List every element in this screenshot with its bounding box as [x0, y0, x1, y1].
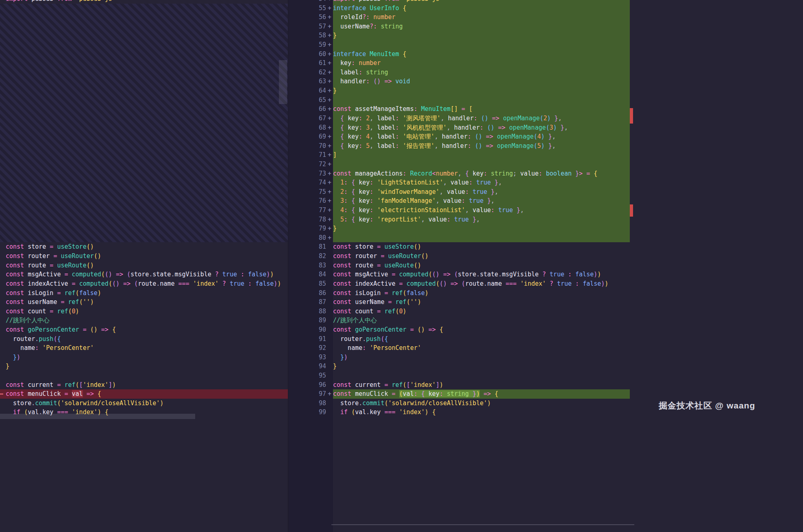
left-vertical-scrollbar-thumb[interactable]	[279, 60, 287, 104]
code-token: current	[28, 381, 53, 389]
removed-code-line[interactable]: const menuClick = val => {	[0, 389, 288, 399]
code-token: :	[468, 142, 475, 150]
added-code-line[interactable]: 72+	[288, 160, 630, 169]
code-line[interactable]: 94}	[288, 362, 630, 371]
diff-add-marker: +	[326, 68, 333, 77]
code-line[interactable]: const current = ref(['index'])	[0, 380, 288, 390]
code-token: ref	[65, 381, 76, 389]
original-pane[interactable]: import pubsub from 'pubsub-js'const stor…	[0, 0, 288, 532]
added-code-line[interactable]: 70+ { key: 5, label: '报告管理', handler: ()…	[288, 141, 630, 151]
code-token: ,	[520, 206, 524, 214]
added-code-line[interactable]: 75+ 2: { key: 'windTowerManage', value: …	[288, 187, 630, 197]
added-code-line[interactable]: 78+ 5: { key: 'reportList', value: true …	[288, 215, 630, 224]
code-token: ?:	[370, 23, 381, 30]
added-code-line[interactable]: 71+]	[288, 150, 630, 160]
added-code-line[interactable]: 56+ roleId?: number	[288, 13, 630, 22]
code-line[interactable]: 82const router = useRouter()	[288, 252, 630, 261]
code-text: ]	[333, 150, 630, 160]
code-line[interactable]: const isLogin = ref(false)	[0, 289, 288, 298]
code-token: true	[230, 280, 244, 287]
added-code-line[interactable]: 65+	[288, 96, 630, 105]
code-line[interactable]: 85const indexActive = computed(() => (ro…	[288, 279, 630, 289]
added-code-line[interactable]: 61+ key: number	[288, 59, 630, 68]
code-token: =>	[440, 271, 454, 278]
code-line[interactable]: 84const msgActive = computed(() => (stor…	[288, 270, 630, 279]
code-line[interactable]: 93 })	[288, 353, 630, 362]
code-line[interactable]: 91 router.push({	[288, 334, 630, 344]
code-line[interactable]	[0, 371, 288, 380]
code-line[interactable]: const indexActive = computed(() => (rout…	[0, 279, 288, 289]
added-code-line[interactable]: 63+ handler: () => void	[288, 77, 630, 86]
code-text: import pubsub from 'pubsub-js'	[333, 0, 630, 4]
code-line[interactable]: 96const current = ref(['index'])	[288, 380, 630, 390]
code-line[interactable]: const userName = ref('')	[0, 297, 288, 307]
code-line[interactable]: store.commit('solarwind/closeAllVisible'…	[0, 399, 288, 408]
added-code-line[interactable]: 66+const assetManageItems: MenuItem[] = …	[288, 104, 630, 114]
added-code-line[interactable]: 97+const menuClick = (val: { key: string…	[288, 389, 630, 399]
modified-pane[interactable]: 54+import pubsub from 'pubsub-js'55+inte…	[288, 0, 630, 532]
code-line[interactable]: import pubsub from 'pubsub-js'	[0, 0, 288, 4]
added-code-line[interactable]: 67+ { key: 2, label: '测风塔管理', handler: (…	[288, 114, 630, 123]
code-token: (	[101, 271, 105, 278]
original-code[interactable]: import pubsub from 'pubsub-js'const stor…	[0, 0, 288, 417]
code-token: 0	[72, 308, 76, 315]
code-token: )	[553, 124, 557, 131]
added-code-line[interactable]: 54+import pubsub from 'pubsub-js'	[288, 0, 630, 4]
added-code-line[interactable]: 68+ { key: 3, label: '风机机型管理', handler: …	[288, 123, 630, 132]
code-line[interactable]: router.push({	[0, 334, 288, 344]
code-line[interactable]: 95	[288, 371, 630, 380]
code-token: const	[6, 289, 28, 297]
diff-add-marker: +	[326, 233, 333, 243]
code-line[interactable]: const msgActive = computed(() => (store.…	[0, 270, 288, 279]
added-code-line[interactable]: 55+interface UserInfo {	[288, 4, 630, 13]
added-code-line[interactable]: 73+const manageActions: Record<number, {…	[288, 169, 630, 178]
code-token: ref	[396, 298, 407, 306]
code-line[interactable]: 83const route = useRoute()	[288, 261, 630, 270]
code-line[interactable]: const store = useStore()	[0, 242, 288, 252]
code-token: openManage	[509, 124, 546, 131]
added-code-line[interactable]: 64+}	[288, 86, 630, 96]
code-line[interactable]: const route = useRoute()	[0, 261, 288, 270]
code-line[interactable]: 98 store.commit('solarwind/closeAllVisib…	[288, 399, 630, 408]
code-line[interactable]: 88const count = ref(0)	[288, 307, 630, 316]
code-token: const	[6, 252, 28, 260]
modified-code[interactable]: 54+import pubsub from 'pubsub-js'55+inte…	[288, 0, 630, 417]
code-token: ]	[436, 381, 440, 389]
code-token: ,	[552, 142, 556, 150]
added-code-line[interactable]: 58+}	[288, 31, 630, 40]
code-line[interactable]: 86const isLogin = ref(false)	[288, 289, 630, 298]
code-line[interactable]: //跳到个人中心	[0, 316, 288, 325]
code-line[interactable]: 87const userName = ref('')	[288, 297, 630, 307]
code-line[interactable]: 89//跳到个人中心	[288, 316, 630, 325]
added-code-line[interactable]: 69+ { key: 4, label: '电站管理', handler: ()…	[288, 132, 630, 141]
code-line[interactable]: const goPersonCenter = () => {	[0, 325, 288, 334]
code-token: )	[476, 390, 480, 397]
added-code-line[interactable]: 79+}	[288, 224, 630, 233]
line-number: 72	[288, 160, 326, 169]
code-line[interactable]: name: 'PersonCenter'	[0, 343, 288, 353]
code-line[interactable]: })	[0, 353, 288, 362]
added-code-line[interactable]: 59+	[288, 40, 630, 50]
added-code-line[interactable]: 60+interface MenuItem {	[288, 50, 630, 59]
added-code-line[interactable]: 76+ 3: { key: 'fanModelManage', value: t…	[288, 196, 630, 206]
code-line[interactable]: 81const store = useStore()	[288, 242, 630, 252]
left-horizontal-scrollbar-thumb[interactable]	[0, 414, 195, 419]
added-code-line[interactable]: 62+ label: string	[288, 68, 630, 77]
code-token: :	[359, 115, 366, 122]
right-horizontal-scrollbar[interactable]	[331, 524, 634, 525]
added-code-line[interactable]: 80+	[288, 233, 630, 243]
diff-add-marker	[326, 380, 333, 390]
code-line[interactable]: 92 name: 'PersonCenter'	[288, 343, 630, 353]
line-number: 81	[288, 242, 326, 252]
code-line[interactable]: }	[0, 362, 288, 371]
code-token: openManage	[503, 115, 540, 122]
added-code-line[interactable]: 74+ 1: { key: 'LightStationList', value:…	[288, 178, 630, 187]
added-code-line[interactable]: 77+ 4: { key: 'electrictionStaionList', …	[288, 206, 630, 215]
code-line[interactable]: const count = ref(0)	[0, 307, 288, 316]
code-line[interactable]: const router = useRouter()	[0, 252, 288, 261]
overview-ruler[interactable]	[629, 0, 638, 532]
added-code-line[interactable]: 57+ userName?: string	[288, 22, 630, 31]
line-number: 73	[288, 169, 326, 178]
code-line[interactable]: 99 if (val.key === 'index') {	[288, 408, 630, 417]
code-line[interactable]: 90const goPersonCenter = () => {	[288, 325, 630, 334]
